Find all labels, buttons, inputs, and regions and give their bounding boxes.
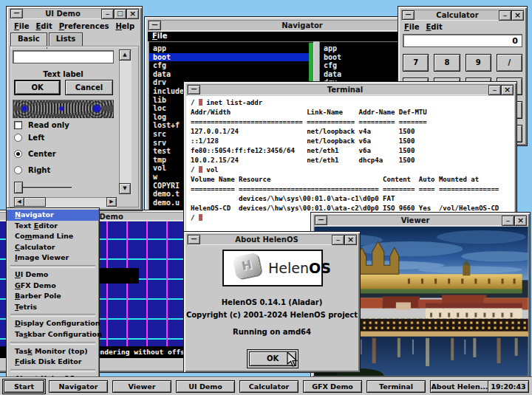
close-icon[interactable] [512, 11, 523, 20]
menu-help[interactable]: Help [115, 22, 134, 30]
start-menu-item-navigator[interactable]: Navigator [7, 210, 99, 221]
calc-key-9[interactable]: 9 [466, 54, 491, 72]
minimize-icon[interactable] [489, 86, 500, 95]
minimize-icon[interactable] [102, 10, 113, 18]
ok-button[interactable]: OK [14, 80, 61, 95]
helenos-logo: H HelenOS [222, 250, 323, 286]
start-menu-item-command-line[interactable]: Command Line [7, 231, 99, 242]
viewer-title: Viewer [328, 216, 502, 224]
slider-thumb[interactable] [14, 182, 23, 193]
calculator-display[interactable]: 0 [403, 34, 522, 47]
minimize-icon[interactable] [502, 216, 514, 225]
maximize-icon[interactable] [115, 10, 126, 18]
taskbar: Start NavigatorViewerUI DemoCalculatorGF… [0, 377, 532, 395]
text-entry[interactable] [13, 50, 114, 63]
slider-track[interactable] [23, 187, 72, 188]
window-menu-icon[interactable] [403, 11, 414, 19]
about-title: About HelenOS [201, 236, 332, 244]
file-data[interactable]: data [153, 70, 313, 79]
start-menu-item-tetris[interactable]: Tetris [7, 302, 99, 313]
desktop: Navigator File appbootcfgdatadrvincludel… [0, 0, 532, 395]
scroll-right-icon[interactable]: ▶ [107, 198, 116, 206]
viewer-window-buttons [502, 216, 526, 225]
scroll-up-icon[interactable]: ▲ [120, 50, 130, 60]
terminal-titlebar[interactable]: Terminal [187, 84, 514, 95]
file-app[interactable]: app [153, 44, 313, 53]
viewer-titlebar[interactable]: Viewer [314, 215, 527, 226]
about-arch-line: Running on amd64 [184, 328, 360, 336]
close-icon[interactable] [502, 86, 513, 95]
scroll-down-icon[interactable]: ▼ [120, 184, 130, 193]
close-icon[interactable] [127, 10, 138, 18]
calc-key-8[interactable]: 8 [434, 54, 460, 72]
file-boot[interactable]: boot [149, 53, 313, 62]
terminal-line: 10.0.2.15/24 net/eth1 dhcp4a 1500 [191, 156, 510, 165]
about-copyright-line: Copyright (c) 2001-2024 HelenOS project [184, 311, 360, 319]
horizontal-scrollbar[interactable]: ◀ ▶ [14, 197, 117, 207]
menu-edit[interactable]: Edit [35, 22, 52, 30]
about-window-buttons [332, 236, 356, 244]
start-menu-item-barber-pole[interactable]: Barber Pole [7, 291, 99, 302]
window-menu-icon[interactable] [188, 86, 200, 94]
read-only-checkbox[interactable] [14, 121, 22, 129]
taskbar-button-about-helen[interactable]: About Helen... [430, 380, 489, 393]
start-menu-item-task-monitor-top[interactable]: Task Monitor (top) [7, 346, 99, 357]
terminal-line: / vol [191, 165, 510, 175]
mouse-cursor-icon [287, 351, 299, 368]
start-menu-item-text-editor[interactable]: Text Editor [7, 221, 99, 232]
menu-preferences[interactable]: Preferences [59, 22, 109, 30]
minimize-icon[interactable] [332, 236, 344, 244]
calculator-menubar: FileEdit [404, 23, 449, 31]
menu-separator [10, 342, 95, 345]
terminal-line: Volume Name Resource Content Auto Mounte… [191, 175, 510, 185]
start-button[interactable]: Start [4, 380, 44, 393]
menu-edit[interactable]: Edit [426, 23, 442, 31]
ui-demo-titlebar[interactable]: UI Demo [10, 8, 139, 19]
menu-file[interactable]: File [14, 22, 29, 30]
window-menu-icon[interactable] [188, 236, 200, 244]
start-menu-item-image-viewer[interactable]: Image Viewer [7, 253, 99, 264]
cancel-button[interactable]: Cancel [65, 80, 113, 95]
minimize-icon[interactable] [499, 11, 511, 20]
start-menu-item-ui-demo[interactable]: UI Demo [7, 269, 99, 281]
terminal-line: 127.0.0.1/24 net/loopback v4a 1500 [191, 127, 510, 137]
terminal-line: devices/\hw\sys\00:01.0\ata-c1\d0p0 FAT [191, 194, 510, 204]
taskbar-button-viewer[interactable]: Viewer [112, 380, 171, 393]
start-menu-item-calculator[interactable]: Calculator [7, 242, 99, 253]
taskbar-button-ui-demo[interactable]: UI Demo [176, 380, 235, 393]
radio-center[interactable] [14, 150, 22, 158]
start-menu-item-fdisk-disk-editor[interactable]: Fdisk Disk Editor [7, 357, 99, 368]
taskbar-button-terminal[interactable]: Terminal [366, 380, 426, 393]
menu-file[interactable]: File [404, 23, 419, 31]
taskbar-button-calculator[interactable]: Calculator [239, 380, 299, 393]
ripple-pattern-image [13, 100, 114, 118]
scrollbar-thumb[interactable] [24, 198, 45, 206]
window-menu-icon[interactable] [149, 21, 160, 30]
start-menu-item-taskbar-configuration[interactable]: Taskbar Configuration [7, 329, 99, 340]
radio-label-right: Right [28, 166, 50, 174]
window-menu-icon[interactable] [316, 216, 327, 224]
taskbar-button-gfx-demo[interactable]: GFX Demo [303, 380, 362, 393]
calc-key-/[interactable]: / [497, 54, 522, 72]
calc-key-7[interactable]: 7 [403, 54, 429, 72]
about-titlebar[interactable]: About HelenOS [187, 234, 357, 245]
close-icon[interactable] [515, 216, 526, 225]
start-menu-item-gfx-demo[interactable]: GFX Demo [7, 281, 99, 292]
vertical-scrollbar[interactable]: ▲ ▼ [119, 49, 132, 194]
tab-lists[interactable]: Lists [49, 32, 83, 46]
calculator-titlebar[interactable]: Calculator [401, 10, 524, 21]
file-cfg[interactable]: cfg [153, 61, 313, 70]
scroll-left-icon[interactable]: ◀ [15, 198, 24, 206]
prompt-marker-icon [199, 214, 202, 221]
start-menu-item-display-configuration[interactable]: Display Configuration [7, 318, 99, 329]
read-only-label: Read only [28, 121, 69, 129]
menu-file[interactable]: File [152, 32, 167, 40]
about-helenos-dialog: About HelenOS H HelenOS HelenOS 0.14.1 (… [183, 231, 361, 373]
taskbar-clock: 19:20:43 [488, 380, 529, 393]
radio-left[interactable] [14, 134, 22, 142]
logo-os: OS [309, 260, 331, 276]
radio-right[interactable] [14, 166, 22, 174]
close-icon[interactable] [345, 236, 356, 244]
taskbar-button-navigator[interactable]: Navigator [49, 380, 108, 393]
window-menu-icon[interactable] [11, 10, 22, 18]
